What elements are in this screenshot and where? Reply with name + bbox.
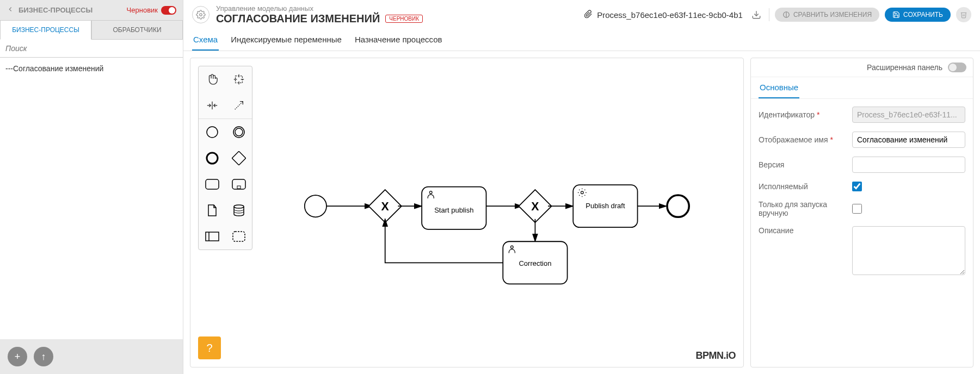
field-description[interactable] (852, 226, 965, 275)
svg-point-0 (200, 14, 202, 16)
chevron-left-icon[interactable] (7, 5, 14, 15)
props-tab-main[interactable]: Основные (759, 77, 799, 98)
download-icon[interactable] (749, 8, 763, 22)
field-name[interactable] (852, 132, 965, 148)
tab-indexed-vars[interactable]: Индексируемые переменные (230, 29, 343, 51)
field-label-description: Описание (759, 226, 846, 235)
sidebar: БИЗНЕС-ПРОЦЕССЫ Черновик БИЗНЕС-ПРОЦЕССЫ… (0, 0, 183, 374)
field-id (852, 107, 965, 123)
diagram-gateway-2[interactable]: X (519, 190, 551, 222)
tab-schema[interactable]: Схема (192, 29, 219, 51)
search-input[interactable] (0, 40, 183, 58)
help-button[interactable]: ? (198, 336, 221, 359)
attachment-icon[interactable] (584, 10, 593, 20)
draft-label: Черновик (127, 6, 158, 14)
bpmn-diagram[interactable]: X Start publish X (190, 58, 743, 367)
compare-button[interactable]: СРАВНИТЬ ИЗМЕНЕНИЯ (775, 8, 879, 22)
properties-panel: Расширенная панель Основные Идентификато… (750, 58, 973, 367)
delete-button[interactable] (956, 7, 971, 22)
diagram-start-event[interactable] (305, 195, 326, 217)
diagram-task-correction[interactable]: Correction (503, 241, 567, 284)
field-version[interactable] (852, 157, 965, 173)
draft-toggle[interactable] (161, 6, 176, 15)
up-button[interactable]: ↑ (34, 347, 53, 366)
svg-text:Start publish: Start publish (434, 206, 473, 214)
field-label-version: Версия (759, 160, 846, 169)
diagram-task-start-publish[interactable]: Start publish (422, 187, 486, 229)
field-manual[interactable] (852, 204, 862, 214)
diagram-gateway-1[interactable]: X (369, 190, 402, 222)
process-id: Process_b76ec1e0-e63f-11ec-9cb0-4b1 (597, 10, 743, 20)
field-executable[interactable] (852, 182, 862, 191)
tree-item[interactable]: ---Согласование изменений (0, 61, 183, 76)
field-label-manual: Только для запуска вручную (759, 200, 846, 217)
bpmn-canvas[interactable]: X Start publish X (190, 58, 744, 367)
bpmn-logo: BPMN.iO (695, 350, 736, 361)
page-title: СОГЛАСОВАНИЕ ИЗМЕНЕНИЙ (216, 13, 380, 25)
add-button[interactable]: + (8, 347, 27, 366)
diagram-task-publish-draft[interactable]: Publish draft (573, 185, 637, 227)
svg-text:Correction: Correction (519, 259, 551, 267)
gear-icon[interactable] (192, 6, 209, 23)
sidebar-tab-handlers[interactable]: ОБРАБОТЧИКИ (91, 20, 183, 40)
tab-process-assignment[interactable]: Назначение процессов (354, 29, 443, 51)
breadcrumb: Управление моделью данных (216, 4, 423, 13)
draft-badge: ЧЕРНОВИК (385, 15, 423, 23)
field-label-executable: Исполняемый (759, 182, 846, 191)
svg-text:Publish draft: Publish draft (585, 202, 625, 210)
field-label-id: Идентификатор (759, 110, 815, 119)
extended-panel-toggle[interactable] (948, 63, 966, 72)
extended-panel-label: Расширенная панель (867, 63, 942, 72)
svg-text:X: X (381, 200, 390, 213)
save-button[interactable]: СОХРАНИТЬ (885, 8, 951, 22)
diagram-end-event[interactable] (667, 195, 689, 217)
field-label-name: Отображаемое имя (759, 135, 828, 144)
svg-text:X: X (531, 200, 539, 213)
sidebar-tab-processes[interactable]: БИЗНЕС-ПРОЦЕССЫ (0, 20, 91, 40)
sidebar-title: БИЗНЕС-ПРОЦЕССЫ (19, 6, 93, 14)
